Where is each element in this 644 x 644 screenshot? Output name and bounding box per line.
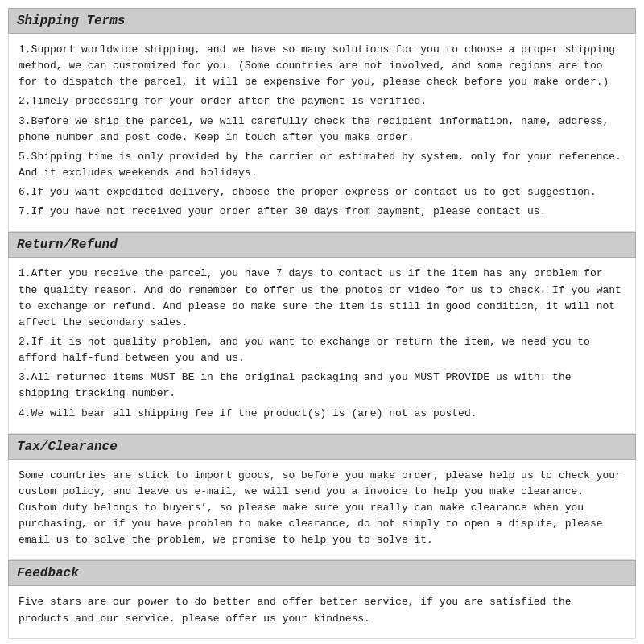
tax-clearance-header: Tax/Clearance (8, 434, 636, 460)
section-paragraph: Some countries are stick to import goods… (19, 468, 625, 549)
section-tax-clearance: Tax/ClearanceSome countries are stick to… (8, 434, 636, 561)
section-paragraph: 2.Timely processing for your order after… (19, 93, 625, 109)
section-paragraph: 7.If you have not received your order af… (19, 204, 625, 220)
section-feedback: FeedbackFive stars are our power to do b… (8, 560, 636, 638)
section-paragraph: 1.Support worldwide shipping, and we hav… (19, 42, 625, 90)
shipping-terms-header: Shipping Terms (8, 8, 636, 34)
return-refund-body: 1.After you receive the parcel, you have… (8, 258, 636, 433)
section-paragraph: 3.All returned items MUST BE in the orig… (19, 369, 625, 402)
section-paragraph: Five stars are our power to do better an… (19, 594, 625, 626)
feedback-header: Feedback (8, 560, 636, 586)
feedback-body: Five stars are our power to do better an… (8, 586, 636, 638)
section-paragraph: 1.After you receive the parcel, you have… (19, 266, 625, 331)
page-wrapper: Shipping Terms1.Support worldwide shippi… (0, 0, 644, 644)
section-paragraph: 5.Shipping time is only provided by the … (19, 149, 625, 181)
section-return-refund: Return/Refund1.After you receive the par… (8, 232, 636, 433)
section-shipping-terms: Shipping Terms1.Support worldwide shippi… (8, 8, 636, 232)
section-paragraph: 6.If you want expedited delivery, choose… (19, 184, 625, 200)
section-paragraph: 3.Before we ship the parcel, we will car… (19, 114, 625, 146)
section-paragraph: 4.We will bear all shipping fee if the p… (19, 406, 625, 422)
section-paragraph: 2.If it is not quality problem, and you … (19, 334, 625, 366)
return-refund-header: Return/Refund (8, 232, 636, 258)
tax-clearance-body: Some countries are stick to import goods… (8, 460, 636, 561)
shipping-terms-body: 1.Support worldwide shipping, and we hav… (8, 34, 636, 232)
